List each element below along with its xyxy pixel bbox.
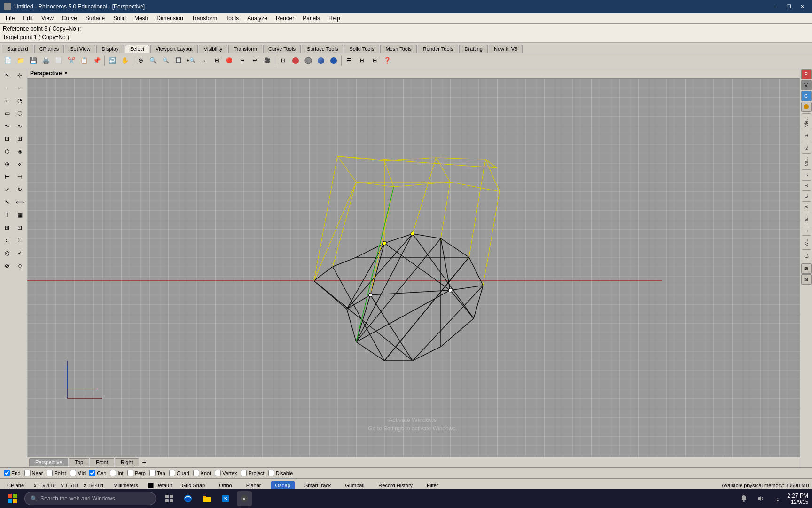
tool-mesh2[interactable]: ⋄ bbox=[14, 158, 26, 170]
rp-label-ta[interactable]: Ta... bbox=[804, 214, 809, 225]
toolbar-help[interactable]: ❓ bbox=[381, 55, 393, 67]
toolbar-shade[interactable] bbox=[289, 55, 302, 67]
toolbar-tab-visibility[interactable]: Visibility bbox=[199, 45, 228, 53]
tool-mesh[interactable]: ⊛ bbox=[1, 158, 13, 170]
tool-erase2[interactable]: ◇ bbox=[14, 260, 26, 272]
snap-checkbox-point[interactable] bbox=[47, 470, 53, 476]
vp-tab-add[interactable]: + bbox=[140, 458, 149, 467]
taskbar-volume[interactable] bbox=[753, 491, 768, 506]
snap-checkbox-end[interactable] bbox=[4, 470, 10, 476]
menu-item-edit[interactable]: Edit bbox=[19, 14, 37, 23]
toolbar-cam[interactable]: 🎥 bbox=[261, 55, 273, 67]
minimize-button[interactable]: − bbox=[770, 2, 782, 11]
vp-tab-front[interactable]: Front bbox=[90, 458, 114, 466]
rp-btn-grid1[interactable]: ⊠ bbox=[801, 263, 812, 274]
toolbar-tab-set-view[interactable]: Set View bbox=[65, 45, 95, 53]
toolbar-grp[interactable]: ⊟ bbox=[356, 55, 368, 67]
tool-solid[interactable]: ⬡ bbox=[1, 145, 13, 158]
toolbar-open[interactable]: 📁 bbox=[15, 55, 27, 67]
tool-pts2[interactable]: ⁙ bbox=[14, 234, 26, 246]
tool-circle[interactable]: ○ bbox=[1, 95, 13, 107]
close-button[interactable]: ✕ bbox=[796, 2, 808, 11]
menu-item-surface[interactable]: Surface bbox=[82, 14, 109, 23]
toolbar-print[interactable]: 🖨️ bbox=[40, 55, 52, 67]
status-units[interactable]: Millimeters bbox=[109, 481, 142, 490]
status-ortho[interactable]: Ortho bbox=[215, 481, 236, 490]
toolbar-tab-drafting[interactable]: Drafting bbox=[459, 45, 488, 53]
status-filter[interactable]: Filter bbox=[422, 481, 442, 490]
menu-item-panels[interactable]: Panels bbox=[299, 14, 324, 23]
tool-line[interactable]: ⟋ bbox=[14, 82, 26, 94]
tool-check[interactable]: ✓ bbox=[14, 247, 26, 259]
vp-tab-top[interactable]: Top bbox=[69, 458, 89, 466]
tool-curve2[interactable]: ∿ bbox=[14, 120, 26, 132]
toolbar-zoom-in[interactable]: +🔍 bbox=[185, 55, 197, 67]
taskbar-time[interactable]: 2:27 PM 12/9/15 bbox=[787, 492, 808, 505]
snap-checkbox-mid[interactable] bbox=[70, 470, 76, 476]
toolbar-copy[interactable]: 📋 bbox=[78, 55, 90, 67]
toolbar-zoom-ext[interactable]: 🔍 bbox=[147, 55, 159, 67]
tool-block[interactable]: ⊞ bbox=[1, 222, 13, 234]
toolbar-new[interactable]: 📄 bbox=[2, 55, 14, 67]
toolbar-tab-cplanes[interactable]: CPlanes bbox=[34, 45, 64, 53]
snap-item-near[interactable]: Near bbox=[24, 470, 43, 476]
command-line-2[interactable]: Target point 1 ( Copy=No ): bbox=[3, 33, 809, 41]
tool-text[interactable]: T bbox=[1, 209, 13, 221]
toolbar-tab-curve-tools[interactable]: Curve Tools bbox=[263, 45, 301, 53]
snap-item-end[interactable]: End bbox=[4, 470, 21, 476]
tool-select2[interactable]: ⊹ bbox=[14, 69, 26, 81]
tool-dim2[interactable]: ⊣ bbox=[14, 171, 26, 183]
menu-item-view[interactable]: View bbox=[38, 14, 57, 23]
tool-hatch[interactable]: ▦ bbox=[14, 209, 26, 221]
toolbar-save[interactable]: 💾 bbox=[27, 55, 39, 67]
rp-label-paren[interactable]: (... bbox=[804, 251, 809, 260]
snap-item-quad[interactable]: Quad bbox=[169, 470, 189, 476]
snap-checkbox-cen[interactable] bbox=[89, 470, 95, 476]
rp-btn-grid2[interactable]: ⊠ bbox=[801, 274, 812, 285]
toolbar-paste[interactable]: 📌 bbox=[91, 55, 103, 67]
tool-mirror[interactable]: ⟺ bbox=[14, 196, 26, 208]
rp-label-5[interactable]: 5. bbox=[804, 171, 809, 179]
rp-label-p[interactable]: P... bbox=[804, 143, 809, 152]
start-button[interactable] bbox=[4, 490, 21, 507]
tool-surf2[interactable]: ⊞ bbox=[14, 133, 26, 145]
snap-item-project[interactable]: Project bbox=[241, 470, 264, 476]
taskbar-search[interactable]: 🔍 Search the web and Windows bbox=[24, 492, 156, 505]
toolbar-cut[interactable]: ✂️ bbox=[65, 55, 78, 67]
toolbar-snap[interactable]: ⊕ bbox=[134, 55, 147, 67]
tool-select[interactable]: ↖ bbox=[1, 69, 13, 81]
tool-erase[interactable]: ⊘ bbox=[1, 260, 13, 272]
tool-block2[interactable]: ⊡ bbox=[14, 222, 26, 234]
viewport-canvas[interactable]: x z Activate Windows Go to Settings to a… bbox=[27, 79, 800, 457]
toolbar-undo2[interactable]: ↩ bbox=[249, 55, 261, 67]
snap-item-mid[interactable]: Mid bbox=[70, 470, 86, 476]
toolbar-shade4[interactable] bbox=[328, 55, 340, 67]
taskbar-rhino[interactable]: R bbox=[237, 491, 252, 506]
tool-analyze[interactable]: ◎ bbox=[1, 247, 13, 259]
tool-poly[interactable]: ⬡ bbox=[14, 107, 26, 119]
status-gumball[interactable]: Gumball bbox=[341, 481, 368, 490]
rp-properties[interactable]: P bbox=[801, 69, 812, 79]
toolbar-cage[interactable]: 🔴 bbox=[223, 55, 235, 67]
snap-checkbox-perp[interactable] bbox=[127, 470, 133, 476]
snap-checkbox-disable[interactable] bbox=[268, 470, 274, 476]
snap-checkbox-int[interactable] bbox=[110, 470, 116, 476]
toolbar-tab-render-tools[interactable]: Render Tools bbox=[418, 45, 459, 53]
rp-label-w[interactable]: W... bbox=[804, 237, 809, 248]
tool-arc[interactable]: ◔ bbox=[14, 95, 26, 107]
snap-item-disable[interactable]: Disable bbox=[268, 470, 293, 476]
toolbar-tab-mesh-tools[interactable]: Mesh Tools bbox=[380, 45, 416, 53]
vp-tab-perspective[interactable]: Perspective bbox=[29, 458, 68, 466]
toolbar-layer[interactable]: ⊞ bbox=[368, 55, 381, 67]
snap-item-int[interactable]: Int bbox=[110, 470, 123, 476]
toolbar-zoom-box[interactable]: 🔲 bbox=[172, 55, 185, 67]
menu-item-tools[interactable]: Tools bbox=[222, 14, 242, 23]
restore-button[interactable]: ❐ bbox=[783, 2, 795, 11]
rp-view[interactable]: V bbox=[801, 80, 812, 90]
tool-curve[interactable]: 〜 bbox=[1, 120, 13, 132]
menu-item-solid[interactable]: Solid bbox=[109, 14, 130, 23]
toolbar-zoom-sel[interactable]: 🔍 bbox=[160, 55, 172, 67]
status-smarttrack[interactable]: SmartTrack bbox=[300, 481, 335, 490]
toolbar-tab-solid-tools[interactable]: Solid Tools bbox=[344, 45, 379, 53]
tool-surf[interactable]: ⊡ bbox=[1, 133, 13, 145]
